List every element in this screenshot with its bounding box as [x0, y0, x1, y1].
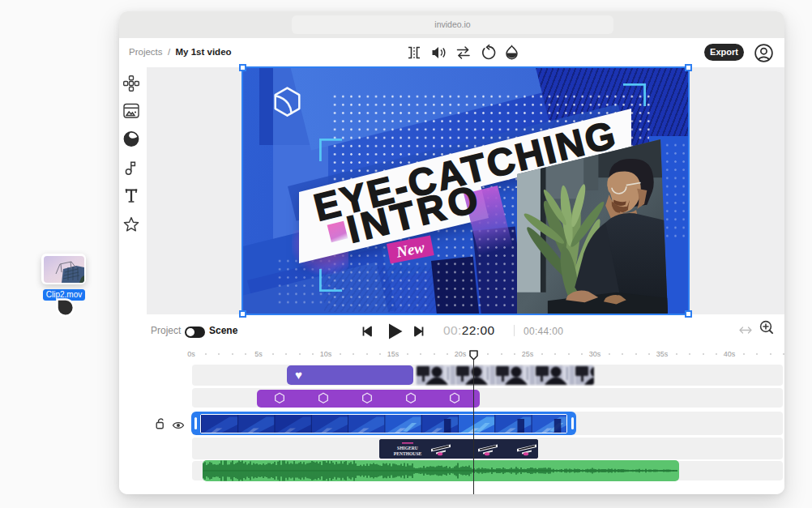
svg-text:SHIGERU: SHIGERU: [397, 446, 418, 450]
svg-text:PENTHOUSE: PENTHOUSE: [394, 451, 422, 456]
